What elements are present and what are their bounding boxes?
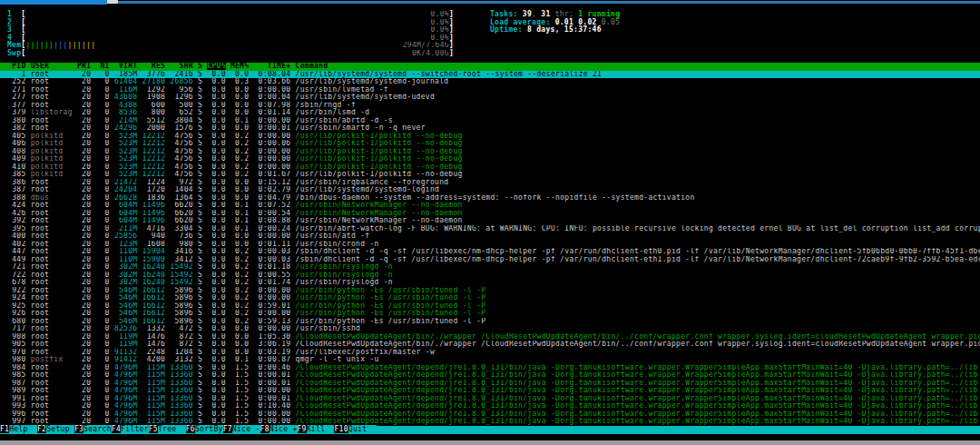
column-header-cpu[interactable]: CPU% <box>207 63 225 70</box>
meter-cpu-3: 3 [0.0%] <box>7 26 454 35</box>
column-header-mem[interactable]: MEM% <box>230 63 249 70</box>
fkey-quit[interactable]: F10Quit <box>334 426 376 434</box>
process-row[interactable]: 722 root 20 0 302M 16240 15492 S 0.0 0.2… <box>0 272 980 280</box>
process-row[interactable]: 680 root 20 0 546M 16612 5896 S 0.0 0.2 … <box>0 318 980 326</box>
resource-meters: 1 [0.0%]2 [0.0%]3 [0.0%]4 [0.0%]Mem[||||… <box>7 11 454 57</box>
window-bottom-edge <box>0 440 980 445</box>
process-row[interactable]: 721 root 20 0 302M 16240 15492 S 0.0 0.2… <box>0 263 980 272</box>
process-row[interactable]: 926 root 20 0 546M 16612 5896 S 0.0 0.2 … <box>0 310 980 318</box>
process-row[interactable]: 277 root 20 0 43608 1908 1296 S 0.0 0.0 … <box>0 94 980 102</box>
process-row[interactable]: 989 root 20 0 4796M 115M 13360 S 0.0 1.5… <box>0 387 980 395</box>
process-row[interactable]: 925 root 20 0 546M 16612 5896 S 0.0 0.2 … <box>0 302 980 311</box>
process-table: PID USER PRI NI VIRT RES SHR S CPU% MEM%… <box>0 63 980 426</box>
column-header-user[interactable]: USER <box>31 63 73 70</box>
process-row[interactable]: 980 postfix 20 0 91412 4200 3132 S 0.0 0… <box>0 356 980 364</box>
column-header-shr[interactable]: SHR <box>170 63 193 70</box>
process-row[interactable]: 410 polkitd 20 0 523M 12212 4756 S 0.0 0… <box>0 163 980 172</box>
tab-gap <box>107 0 118 4</box>
system-info-panel: Tasks: 39, 31 thr; 1 runningLoad average… <box>490 11 620 35</box>
process-row[interactable]: 905 root 20 0 119M 1476 872 S 0.0 0.0 3:… <box>0 341 980 349</box>
process-row[interactable]: 406 polkitd 20 0 523M 12212 4756 S 0.0 0… <box>0 140 980 148</box>
column-header-pri[interactable]: PRI <box>77 63 91 70</box>
process-row[interactable]: 377 root 20 0 4388 600 500 S 0.0 0.0 0:0… <box>0 102 980 110</box>
process-row[interactable]: 985 root 20 0 4796M 115M 13360 S 0.0 1.5… <box>0 371 980 380</box>
process-row[interactable]: 392 root 20 0 604M 11496 6620 S 0.0 0.1 … <box>0 217 980 225</box>
process-row[interactable]: 993 root 20 0 4796M 115M 13360 S 0.0 1.5… <box>0 402 980 410</box>
process-row[interactable]: 271 root 20 0 116M 1292 956 S 0.0 0.0 0:… <box>0 86 980 94</box>
meter-cpu-4: 4 [0.0%] <box>7 35 454 43</box>
process-row[interactable]: 426 root 20 0 604M 11496 6620 S 0.0 0.1 … <box>0 210 980 218</box>
meter-cpu-2: 2 [0.0%] <box>7 19 454 27</box>
process-row[interactable]: 991 root 20 0 4796M 115M 13360 S 0.0 1.5… <box>0 395 980 403</box>
fkey-setup[interactable]: F2Setup <box>37 426 74 434</box>
process-row[interactable]: 984 root 20 0 4796M 115M 13360 S 0.0 1.5… <box>0 364 980 372</box>
fkey-kill[interactable]: F9Kill <box>298 426 335 434</box>
meter-swap: Swp[0K/4.00G] <box>7 50 454 58</box>
process-row[interactable]: 449 root 20 0 110M 15900 3412 S 0.0 0.2 … <box>0 256 980 264</box>
process-row[interactable]: 717 root 20 0 82536 1332 472 S 0.0 0.0 0… <box>0 325 980 333</box>
fkey-search[interactable]: F3Search <box>74 426 112 434</box>
fkey-sortby[interactable]: F6SortBy <box>186 426 223 434</box>
window-edge-line <box>118 1 980 4</box>
function-key-bar: F1Help F2Setup F3SearchF4FilterF5Tree F6… <box>0 426 980 434</box>
fkey-filter[interactable]: F4Filter <box>112 426 149 434</box>
process-row[interactable]: 996 root 20 0 4796M 115M 13360 S 0.0 1.5… <box>0 410 980 419</box>
process-row[interactable]: 379 libstorag 20 0 8536 800 652 S 0.0 0.… <box>0 109 980 117</box>
bottom-black-strip <box>0 434 980 440</box>
htop-terminal-screen: 1 [0.0%]2 [0.0%]3 [0.0%]4 [0.0%]Mem[||||… <box>0 0 980 445</box>
column-header-virt[interactable]: VIRT <box>114 63 138 70</box>
process-row[interactable]: 678 root 20 0 302M 16240 15492 S 0.0 0.2… <box>0 279 980 287</box>
column-header-pid[interactable]: PID <box>3 63 26 70</box>
process-row[interactable]: 395 root 20 0 211M 4716 3304 S 0.0 0.1 0… <box>0 225 980 233</box>
column-header-command[interactable]: Command <box>296 63 328 70</box>
process-row[interactable]: 386 root 20 0 21472 1224 972 S 0.0 0.0 0… <box>0 179 980 187</box>
process-row[interactable]: 924 root 20 0 546M 16612 5896 S 0.0 0.2 … <box>0 294 980 302</box>
process-row[interactable]: 382 root 20 0 24296 2000 1576 S 0.0 0.0 … <box>0 124 980 133</box>
column-header-ni[interactable]: NI <box>95 63 109 70</box>
process-row[interactable]: 987 root 20 0 4796M 115M 13360 S 0.0 1.5… <box>0 380 980 388</box>
process-row[interactable]: 970 root 20 0 91132 2248 1204 S 0.0 0.0 … <box>0 349 980 357</box>
process-row[interactable]: 252 root 20 0 61404 27180 26856 S 0.0 0.… <box>0 78 980 86</box>
process-row[interactable]: 385 polkitd 20 0 523M 12212 4756 S 0.0 0… <box>0 171 980 179</box>
process-row-selected[interactable]: 1 root 20 0 185M 3776 2416 S 0.0 0.0 0:0… <box>0 71 980 79</box>
column-header-time[interactable]: TIME+ <box>253 63 290 70</box>
fkey-nice[interactable]: F7Nice - <box>223 426 260 434</box>
fkey-nice[interactable]: F8Nice + <box>260 426 298 434</box>
uptime-line: Uptime: 8 days, 15:37:46 <box>490 26 620 35</box>
process-row[interactable]: 408 polkitd 20 0 523M 12212 4756 S 0.0 0… <box>0 148 980 156</box>
process-row[interactable]: 380 root 20 0 214M 5512 3804 S 0.0 0.1 0… <box>0 117 980 125</box>
fkey-help[interactable]: F1Help <box>0 426 37 434</box>
meter-memory: Mem[|||||||||||||||294M/7.64G] <box>7 42 454 50</box>
process-row[interactable]: 424 root 20 0 604M 11496 6620 S 0.0 0.1 … <box>0 202 980 210</box>
window-top-edge <box>0 0 980 5</box>
process-row[interactable]: 908 root 20 0 119M 1476 872 S 0.0 0.0 1:… <box>0 333 980 341</box>
meter-cpu-1: 1 [0.0%] <box>7 11 454 19</box>
process-row[interactable]: 388 dbus 20 0 26628 1836 1364 S 0.0 0.0 … <box>0 194 980 203</box>
process-row[interactable]: 402 root 20 0 123M 1608 980 S 0.0 0.0 0:… <box>0 241 980 249</box>
process-row[interactable]: 922 root 20 0 546M 16612 5896 S 0.0 0.2 … <box>0 287 980 295</box>
active-tab-strip[interactable] <box>0 0 107 5</box>
column-header-res[interactable]: RES <box>142 63 166 70</box>
process-row[interactable]: 405 polkitd 20 0 523M 12212 4756 S 0.0 0… <box>0 133 980 141</box>
process-row[interactable]: 400 root 20 0 25856 940 736 S 0.0 0.0 0:… <box>0 232 980 241</box>
table-header-row: PID USER PRI NI VIRT RES SHR S CPU% MEM%… <box>0 63 980 71</box>
fkey-bar-filler <box>377 426 980 434</box>
process-row[interactable]: 409 polkitd 20 0 523M 12212 4756 S 0.0 0… <box>0 155 980 163</box>
fkey-tree[interactable]: F5Tree <box>149 426 186 434</box>
process-row[interactable]: 447 root 20 0 110M 15904 3416 S 0.0 0.2 … <box>0 248 980 256</box>
process-row[interactable]: 387 root 20 0 24204 1720 1404 S 0.0 0.0 … <box>0 186 980 194</box>
column-header-s[interactable]: S <box>198 63 202 70</box>
